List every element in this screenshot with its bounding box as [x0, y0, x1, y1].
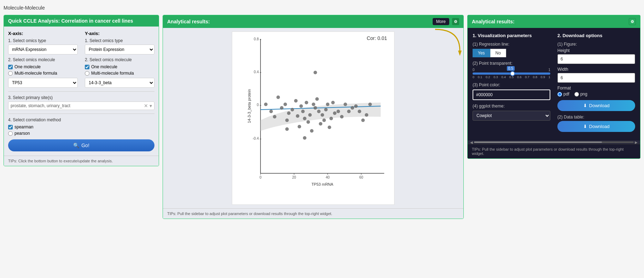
x-multi-radio[interactable]: [8, 71, 13, 76]
x-multi-label: Multi-molecule formula: [14, 71, 57, 76]
width-label: Width: [557, 67, 635, 72]
x-one-molecule-checkbox[interactable]: [8, 65, 13, 69]
png-option[interactable]: png: [574, 92, 587, 97]
x-axis-label: X-axis:: [8, 31, 78, 36]
scrollbar[interactable]: ◀ ▶: [468, 140, 640, 144]
svg-point-20: [264, 103, 268, 106]
slider-thumb[interactable]: [510, 71, 515, 76]
dropdown-icon[interactable]: ▾: [150, 103, 152, 109]
no-toggle-btn[interactable]: No: [490, 49, 506, 57]
y-multi-label: Multi-molecule formula: [91, 71, 134, 76]
svg-point-59: [361, 118, 365, 122]
svg-point-31: [298, 125, 301, 128]
x-molecule-select[interactable]: TP53: [8, 78, 78, 88]
x-omics-type-select[interactable]: mRNA Expression: [8, 45, 78, 54]
go-button[interactable]: 🔍 Go!: [8, 139, 154, 151]
svg-point-36: [306, 120, 310, 124]
download-section-title: 2. Download options: [557, 33, 635, 38]
x-step1-label: 1. Select omics type: [8, 38, 78, 43]
options-layout: 1. Visualization parameters (1) Regressi…: [473, 33, 635, 135]
svg-point-62: [314, 71, 317, 74]
svg-point-49: [329, 117, 333, 120]
scrollbar-track[interactable]: [474, 141, 634, 143]
settings-icon[interactable]: ⚙: [452, 18, 459, 25]
svg-point-64: [285, 127, 289, 131]
slider-min: 0: [473, 68, 475, 72]
y-omics-type-select[interactable]: Protein Expression: [85, 45, 154, 54]
regression-line-label: (1) Regression line:: [473, 42, 550, 47]
png-radio[interactable]: [574, 92, 579, 97]
download-figure-button[interactable]: ⬇ Download: [557, 100, 635, 111]
slider-value-label: 0.5: [507, 66, 515, 71]
y-multi-radio[interactable]: [85, 71, 89, 76]
height-input[interactable]: [557, 54, 635, 64]
format-options: pdf png: [557, 92, 635, 97]
yes-toggle-btn[interactable]: Yes: [473, 49, 490, 57]
svg-point-35: [305, 101, 308, 104]
svg-point-23: [276, 95, 280, 99]
svg-point-53: [340, 115, 344, 118]
svg-point-34: [303, 117, 306, 120]
svg-text:40: 40: [326, 175, 330, 179]
left-panel: Quick CCLE Analysis: Correlation in canc…: [4, 15, 159, 166]
y-step2-label: 2. Select omics molecule: [85, 57, 154, 62]
chart-container: Cor: 0.01 0.8 0.4 0 -0.4 0: [232, 31, 394, 205]
pdf-label: pdf: [563, 92, 569, 97]
slider-max: 1: [548, 68, 550, 72]
ggplot-theme-select[interactable]: Cowplot: [473, 111, 550, 121]
spearman-checkbox[interactable]: [8, 125, 13, 129]
svg-point-52: [336, 110, 340, 113]
svg-point-27: [285, 118, 289, 122]
svg-point-57: [354, 104, 358, 108]
svg-point-61: [368, 103, 372, 106]
middle-panel-tips: TIPs: Pull the sidebar to adjust plot pa…: [163, 208, 463, 219]
left-panel-tips: TIPs: Click the bottom button to execute…: [4, 156, 159, 166]
y-molecule-select[interactable]: 14-3-3_beta: [85, 78, 154, 88]
pdf-option[interactable]: pdf: [557, 92, 569, 97]
clear-icon[interactable]: ✕: [144, 103, 148, 109]
pearson-label: pearson: [14, 131, 30, 136]
scrollbar-thumb[interactable]: [474, 141, 602, 143]
scroll-left-arrow[interactable]: ◀: [469, 140, 474, 144]
svg-point-51: [333, 111, 336, 115]
spearman-option[interactable]: spearman: [8, 124, 154, 129]
pearson-option[interactable]: pearson: [8, 131, 154, 136]
regression-toggle-group: Yes No: [473, 49, 550, 57]
download-options-col: 2. Download options (1) Figure: Height W…: [557, 33, 635, 135]
point-transparent-slider[interactable]: 0.5 0 0.1 0.2 0.3 0.4 0.5 0.6 0.7: [473, 73, 550, 79]
y-one-molecule-label: One molecule: [91, 64, 117, 69]
scatter-chart: 0.8 0.4 0 -0.4 0 20 40 60: [246, 35, 388, 191]
y-one-molecule-option[interactable]: One molecule: [85, 64, 154, 69]
svg-point-60: [365, 113, 368, 117]
png-label: png: [580, 92, 587, 97]
svg-text:-0.4: -0.4: [253, 137, 259, 140]
y-one-molecule-checkbox[interactable]: [85, 65, 89, 69]
x-one-molecule-option[interactable]: One molecule: [8, 64, 78, 69]
x-multi-molecule-option[interactable]: Multi-molecule formula: [8, 71, 78, 76]
pearson-radio[interactable]: [8, 131, 13, 136]
svg-point-56: [351, 106, 354, 110]
spearman-label: spearman: [14, 124, 33, 129]
color-input[interactable]: [473, 89, 550, 100]
x-one-molecule-label: One molecule: [14, 64, 41, 69]
download-data-button[interactable]: ⬇ Download: [557, 121, 635, 132]
y-multi-molecule-option[interactable]: Multi-molecule formula: [85, 71, 154, 76]
pdf-radio[interactable]: [557, 92, 562, 97]
middle-panel: Analytical results: ⚙ More Cor: 0.01 0.8: [163, 15, 464, 219]
search-icon: 🔍: [73, 143, 79, 148]
width-input[interactable]: [557, 73, 635, 83]
svg-text:0: 0: [257, 103, 259, 107]
svg-point-47: [326, 103, 329, 106]
right-settings-icon[interactable]: ⚙: [629, 18, 636, 25]
primary-sites-container[interactable]: prostate, stomach, urinary_tract ✕ ▾: [8, 102, 154, 110]
scroll-right-arrow[interactable]: ▶: [634, 140, 639, 144]
middle-panel-title: Analytical results:: [167, 19, 210, 24]
y-radio-group: One molecule Multi-molecule formula: [85, 64, 154, 76]
point-transparent-label: (2) Point transparent:: [473, 61, 550, 66]
multi-select-icons: ✕ ▾: [144, 103, 152, 109]
svg-point-29: [294, 99, 298, 103]
svg-point-40: [314, 106, 317, 110]
chart-title: Cor: 0.01: [367, 35, 387, 41]
svg-point-22: [273, 115, 276, 118]
right-panel-body: 1. Visualization parameters (1) Regressi…: [468, 28, 640, 140]
